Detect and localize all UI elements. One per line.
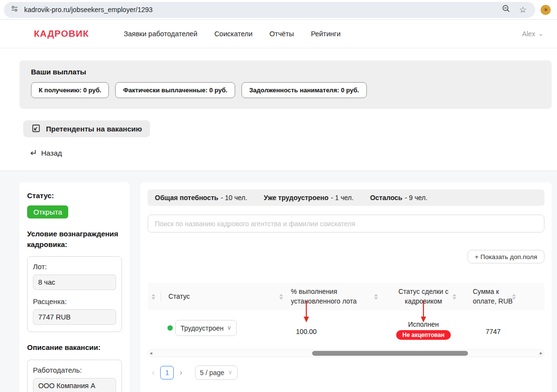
stat-value: - 10 чел.: [221, 194, 247, 202]
applicants-icon: [31, 124, 41, 134]
chevron-down-icon: ⌄: [538, 32, 543, 36]
pagination: ‹ 1 › 5 / page ∨: [148, 365, 544, 380]
top-section: Ваши выплаты К получению: 0 руб. Фактиче…: [0, 48, 557, 171]
table-row: Трудоустроен ∨ 100.00 Исполнен Не акцепт…: [148, 310, 544, 346]
site-settings-icon[interactable]: [11, 5, 18, 15]
applicants-section-button[interactable]: Претенденты на вакансию: [23, 120, 150, 137]
row-amount-value: 7747: [485, 328, 500, 335]
annotation-arrow-completion: [303, 301, 310, 325]
page-size-value: 5 / page: [200, 369, 225, 377]
sort-icon[interactable]: [279, 294, 283, 300]
annotation-arrow-deal: [420, 301, 427, 325]
sort-icon[interactable]: [151, 294, 155, 300]
row-status-select[interactable]: Трудоустроен ∨: [175, 320, 237, 336]
stat-value: - 9 чел.: [405, 194, 427, 202]
stat-label: Уже трудоустроено: [264, 194, 329, 202]
user-menu[interactable]: Alex ⌄: [522, 30, 543, 38]
user-name: Alex: [522, 30, 535, 38]
applicants-panel: Общая потебность- 10 чел. Уже трудоустро…: [140, 182, 552, 392]
payout-paid-button[interactable]: Фактически выплаченные: 0 руб.: [115, 82, 235, 98]
employer-label: Работодатель:: [33, 366, 116, 374]
show-extra-fields-button[interactable]: + Показать доп.поля: [467, 250, 544, 263]
not-accepted-badge: Не акцептован: [396, 330, 451, 340]
back-label: Назад: [41, 149, 62, 157]
nav-item-jobseekers[interactable]: Соискатели: [214, 30, 253, 38]
employer-field[interactable]: [33, 378, 116, 392]
nav-item-reports[interactable]: Отчёты: [270, 30, 294, 38]
lot-field[interactable]: [33, 275, 116, 290]
page-size-select[interactable]: 5 / page ∨: [195, 365, 238, 380]
applicants-label: Претенденты на вакансию: [46, 125, 142, 133]
stat-label: Общая потебность: [155, 194, 218, 202]
status-label: Статус:: [27, 190, 122, 201]
extension-glyph: ✳: [543, 7, 548, 13]
browser-bar: kadrovik-pro.ru/jobseekers_employer/1293…: [0, 0, 557, 20]
reward-heading: Условие вознаграждения кадровика:: [27, 229, 122, 250]
row-status-value: Трудоустроен: [181, 324, 224, 332]
reward-group: Лот: Расценка:: [27, 256, 122, 332]
nav-item-ratings[interactable]: Рейтинги: [311, 30, 340, 38]
description-heading: Описание вакансии:: [27, 342, 122, 353]
payouts-title: Ваши выплаты: [31, 68, 540, 76]
chevron-down-icon: ∨: [227, 326, 231, 330]
payout-debt-button[interactable]: Задолженность нанимателя: 0 руб.: [241, 82, 367, 98]
logo[interactable]: КАДРОВИК: [34, 29, 89, 39]
payouts-card: Ваши выплаты К получению: 0 руб. Фактиче…: [19, 60, 552, 109]
stat-total-need: Общая потебность- 10 чел.: [155, 194, 247, 202]
row-completion-value: 100.00: [296, 328, 317, 335]
payout-receivable-button[interactable]: К получению: 0 руб.: [31, 82, 109, 98]
site-header: КАДРОВИК Заявки работодателей Соискатели…: [0, 20, 557, 48]
content-region: Статус: Открыта Условие вознаграждения к…: [0, 171, 557, 392]
bookmark-star-icon[interactable]: ☆: [519, 6, 527, 14]
sort-icon[interactable]: [374, 294, 378, 300]
back-button[interactable]: Назад: [29, 148, 62, 158]
horizontal-scrollbar[interactable]: ◂ ▸: [148, 349, 544, 357]
search-input[interactable]: [148, 215, 544, 232]
chevron-down-icon: ∨: [228, 371, 233, 374]
stats-bar: Общая потебность- 10 чел. Уже трудоустро…: [148, 189, 544, 206]
vacancy-sidebar: Статус: Открыта Условие вознаграждения к…: [19, 182, 130, 392]
nav-item-employer-requests[interactable]: Заявки работодателей: [124, 30, 197, 38]
stat-label: Осталось: [370, 194, 403, 202]
sort-icon[interactable]: [512, 294, 516, 300]
lot-label: Лот:: [33, 262, 116, 271]
page-number-button[interactable]: 1: [160, 366, 174, 379]
stat-remaining: Осталось- 9 чел.: [370, 194, 428, 202]
column-header-status[interactable]: Статус: [168, 291, 190, 301]
stat-value: - 1 чел.: [331, 194, 354, 202]
page-next-button[interactable]: ›: [180, 368, 182, 377]
sort-icon[interactable]: [452, 294, 456, 300]
stat-employed: Уже трудоустроено- 1 чел.: [264, 194, 354, 202]
description-group: Работодатель: Направление:: [27, 360, 122, 392]
page-prev-button[interactable]: ‹: [152, 368, 154, 377]
scroll-right-icon[interactable]: ▸: [540, 350, 542, 356]
back-icon: [29, 148, 37, 158]
main-nav: Заявки работодателей Соискатели Отчёты Р…: [124, 30, 341, 38]
column-divider: [161, 291, 161, 302]
employed-status-dot: [167, 325, 173, 331]
address-bar[interactable]: kadrovik-pro.ru/jobseekers_employer/1293…: [4, 2, 535, 18]
extension-icon[interactable]: ✳: [541, 5, 551, 15]
status-badge: Открыта: [27, 205, 68, 218]
zoom-out-icon[interactable]: [502, 4, 511, 15]
scroll-left-icon[interactable]: ◂: [150, 350, 152, 356]
applicants-table: Статус % выполнения установленного лота …: [148, 283, 544, 380]
rate-field[interactable]: [33, 309, 116, 325]
url-text[interactable]: kadrovik-pro.ru/jobseekers_employer/1293: [24, 6, 502, 14]
table-header: Статус % выполнения установленного лота …: [148, 283, 544, 310]
scrollbar-thumb[interactable]: [312, 351, 468, 356]
rate-label: Расценка:: [33, 297, 116, 305]
